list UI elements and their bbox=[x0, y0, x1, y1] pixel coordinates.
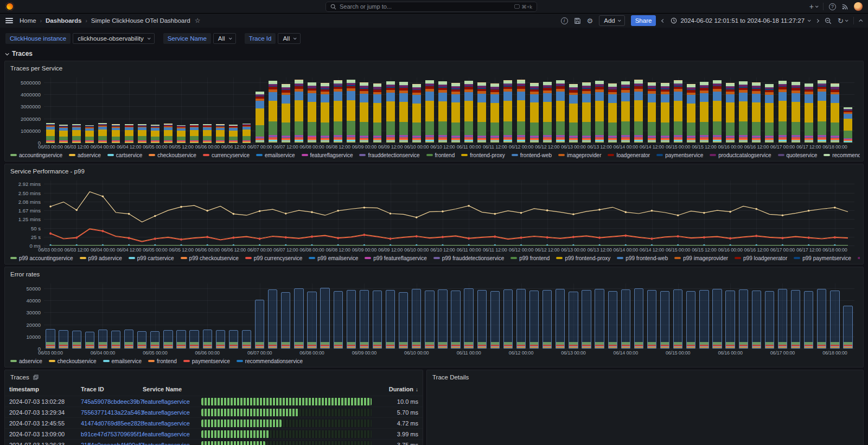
add-button[interactable]: Add bbox=[599, 15, 624, 26]
error-bar[interactable] bbox=[699, 290, 709, 349]
error-bar[interactable] bbox=[373, 291, 382, 349]
error-bar[interactable] bbox=[399, 292, 408, 349]
time-range-picker[interactable]: 2024-06-02 12:01:51 to 2024-06-18 11:27:… bbox=[671, 17, 810, 24]
error-bar[interactable] bbox=[438, 289, 447, 349]
legend-item-p99 emailservice[interactable]: p99 emailservice bbox=[309, 255, 358, 261]
stacked-bar[interactable] bbox=[700, 82, 709, 143]
cell-service-name-link[interactable]: featureflagservice bbox=[143, 442, 198, 445]
stacked-bar[interactable] bbox=[46, 123, 55, 143]
stacked-bar[interactable] bbox=[477, 82, 486, 143]
grafana-logo[interactable] bbox=[5, 2, 14, 11]
stacked-bar[interactable] bbox=[295, 80, 303, 143]
stacked-bar[interactable] bbox=[503, 80, 512, 143]
legend-item-p99 featureflagservice[interactable]: p99 featureflagservice bbox=[365, 255, 426, 261]
stacked-bar[interactable] bbox=[425, 80, 434, 143]
breadcrumb-item[interactable]: Home bbox=[20, 17, 36, 24]
stacked-bar[interactable] bbox=[360, 82, 368, 143]
stacked-bar[interactable] bbox=[321, 83, 329, 143]
legend-item-accountingservice[interactable]: accountingservice bbox=[10, 152, 62, 158]
legend-item-adservice[interactable]: adservice bbox=[10, 358, 42, 364]
error-bar[interactable] bbox=[725, 291, 735, 349]
stacked-bar[interactable] bbox=[242, 124, 251, 143]
error-bar[interactable] bbox=[203, 330, 212, 349]
error-bar[interactable] bbox=[503, 289, 513, 349]
search-input[interactable]: Search or jump to... ⌘+k bbox=[326, 2, 537, 12]
error-bar[interactable] bbox=[59, 330, 68, 349]
stacked-bar[interactable] bbox=[85, 125, 94, 143]
error-bar[interactable] bbox=[569, 292, 578, 349]
variable-value-dropdown[interactable]: All bbox=[278, 33, 301, 44]
error-bar[interactable] bbox=[673, 289, 682, 349]
col-duration[interactable]: Duration ↓ bbox=[375, 386, 418, 392]
stacked-bar[interactable] bbox=[386, 81, 395, 143]
settings-gear-icon[interactable]: ⚙ bbox=[587, 17, 593, 25]
error-bar[interactable] bbox=[386, 290, 395, 349]
legend-item-p99 currencyservice[interactable]: p99 currencyservice bbox=[245, 255, 302, 261]
error-bar[interactable] bbox=[490, 291, 500, 349]
col-service-name[interactable]: Service Name bbox=[143, 386, 198, 392]
breadcrumb-item[interactable]: Simple ClickHouse OTel Dashboard bbox=[91, 17, 190, 24]
legend-item-p99 checkoutservice[interactable]: p99 checkoutservice bbox=[181, 255, 239, 261]
legend-item-p99 frauddetectionservice[interactable]: p99 frauddetectionservice bbox=[433, 255, 505, 261]
stacked-bar[interactable] bbox=[203, 124, 212, 143]
stacked-bar[interactable] bbox=[818, 80, 826, 143]
error-bar[interactable] bbox=[595, 289, 604, 349]
error-bar[interactable] bbox=[634, 288, 643, 349]
error-bar[interactable] bbox=[176, 330, 186, 349]
variable-value-dropdown[interactable]: clickhouse-observability bbox=[73, 33, 154, 44]
stacked-bar[interactable] bbox=[308, 82, 316, 143]
stacked-bar[interactable] bbox=[543, 82, 552, 143]
legend-item-paymentservice[interactable]: paymentservice bbox=[656, 152, 703, 158]
legend-item-p99 frontend-web[interactable]: p99 frontend-web bbox=[617, 255, 668, 261]
stacked-bar[interactable] bbox=[634, 80, 643, 143]
legend-item-p99 productcatalogservice[interactable]: p99 productcatalogservice bbox=[858, 255, 860, 261]
panel-title-error-rates[interactable]: Error rates bbox=[5, 267, 863, 278]
cell-trace-id-link[interactable]: 21ff4a0ceeaeb4fd90af0... bbox=[81, 442, 143, 445]
error-bar[interactable] bbox=[712, 289, 722, 349]
stacked-bar[interactable] bbox=[687, 84, 695, 143]
error-bar[interactable] bbox=[778, 289, 787, 349]
stacked-bar[interactable] bbox=[831, 83, 839, 143]
error-bar[interactable] bbox=[46, 329, 55, 349]
stacked-bar[interactable] bbox=[530, 83, 539, 143]
table-row[interactable]: 2024-07-03 13:26:3321ff4a0ceeaeb4fd90af0… bbox=[5, 439, 423, 445]
stacked-bar[interactable] bbox=[621, 81, 630, 143]
error-bar[interactable] bbox=[516, 289, 526, 349]
legend-item-currencyservice[interactable]: currencyservice bbox=[203, 152, 250, 158]
error-bar[interactable] bbox=[98, 330, 107, 349]
error-bar[interactable] bbox=[791, 290, 800, 349]
stacked-bar[interactable] bbox=[269, 81, 277, 143]
error-bar[interactable] bbox=[608, 291, 617, 349]
legend-item-p99 adservice[interactable]: p99 adservice bbox=[80, 255, 122, 261]
save-icon[interactable] bbox=[574, 17, 581, 24]
legend-item-frontend-proxy[interactable]: frontend-proxy bbox=[461, 152, 505, 158]
panel-title-traces-per-service[interactable]: Traces per Service bbox=[5, 61, 863, 72]
error-bar[interactable] bbox=[268, 289, 277, 349]
error-bar[interactable] bbox=[739, 289, 748, 349]
zoom-out-icon[interactable] bbox=[825, 17, 832, 24]
dashboard-info-icon[interactable]: i bbox=[561, 17, 568, 24]
legend-item-p99 frontend[interactable]: p99 frontend bbox=[510, 255, 550, 261]
error-bar[interactable] bbox=[817, 289, 826, 349]
cell-trace-id-link[interactable]: 75563771413a22a54618... bbox=[81, 409, 143, 416]
time-shift-back-icon[interactable] bbox=[662, 20, 665, 22]
stacked-bar[interactable] bbox=[608, 83, 617, 143]
cell-trace-id-link[interactable]: 745a59078cbdeec39b7... bbox=[81, 398, 143, 405]
legend-item-loadgenerator[interactable]: loadgenerator bbox=[608, 152, 650, 158]
table-row[interactable]: 2024-07-03 13:09:00b91ce47d753709695f1d.… bbox=[5, 428, 423, 439]
stacked-bar[interactable] bbox=[256, 92, 264, 143]
stacked-bar[interactable] bbox=[648, 82, 656, 143]
new-menu-button[interactable]: + bbox=[809, 2, 818, 11]
legend-item-checkoutservice[interactable]: checkoutservice bbox=[149, 152, 196, 158]
stacked-bar[interactable] bbox=[595, 81, 604, 143]
error-bar[interactable] bbox=[320, 288, 329, 349]
stacked-bar[interactable] bbox=[138, 124, 146, 143]
error-bar[interactable] bbox=[660, 291, 669, 349]
legend-item-cartservice[interactable]: cartservice bbox=[107, 152, 142, 158]
error-bar[interactable] bbox=[347, 290, 356, 349]
legend-item-p99 imageprovider[interactable]: p99 imageprovider bbox=[674, 255, 728, 261]
error-bar[interactable] bbox=[542, 290, 552, 349]
error-bar[interactable] bbox=[307, 292, 316, 349]
legend-item-imageprovider[interactable]: imageprovider bbox=[558, 152, 601, 158]
stacked-bar[interactable] bbox=[151, 125, 159, 143]
